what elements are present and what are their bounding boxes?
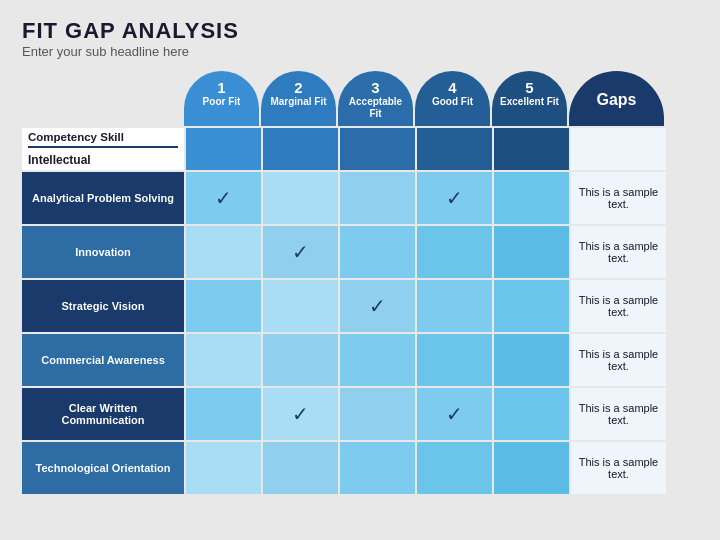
col-header-2: 2 Marginal Fit [261,71,336,126]
col-header-1: 1 Poor Fit [184,71,259,126]
competency-label: Competency Skill [28,131,178,148]
check-cell-3-4 [494,334,569,386]
col-header-4: 4 Good Fit [415,71,490,126]
skill-label: Innovation [22,226,184,278]
check-cell-0-4 [494,172,569,224]
col-header-5: 5 Excellent Fit [492,71,567,126]
intellectual-label: Intellectual [28,150,178,167]
check-cell-0-3: ✓ [417,172,492,224]
check-cell-4-3: ✓ [417,388,492,440]
table-row: Technological Orientation This is a samp… [22,442,698,494]
check-cell-2-0 [186,280,261,332]
check-cell-5-1 [263,442,338,494]
gap-cell-2: This is a sample text. [571,280,666,332]
check-cell-1-3 [417,226,492,278]
check-cell-4-4 [494,388,569,440]
check-cell-0-2 [340,172,415,224]
checkmark: ✓ [446,186,463,210]
page-title: FIT GAP ANALYSIS [22,18,698,44]
check-cell-3-3 [417,334,492,386]
skill-label: Strategic Vision [22,280,184,332]
gap-cell-0: This is a sample text. [571,172,666,224]
checkmark: ✓ [292,402,309,426]
table-row: Clear Written Communication ✓ ✓ This is … [22,388,698,440]
check-cell-3-1 [263,334,338,386]
gap-cell-4: This is a sample text. [571,388,666,440]
table-row: Commercial Awareness This is a sample te… [22,334,698,386]
fit-gap-table: 1 Poor Fit 2 Marginal Fit 3 Acceptable F… [22,71,698,494]
check-cell-2-4 [494,280,569,332]
checkmark: ✓ [292,240,309,264]
check-cell-1-4 [494,226,569,278]
col-header-3: 3 Acceptable Fit [338,71,413,126]
page-subtitle: Enter your sub headline here [22,44,698,59]
table-row: Analytical Problem Solving ✓ ✓ This is a… [22,172,698,224]
check-cell-0-1 [263,172,338,224]
check-cell-5-0 [186,442,261,494]
checkmark: ✓ [215,186,232,210]
check-cell-1-0 [186,226,261,278]
check-cell-5-4 [494,442,569,494]
check-cell-0-0: ✓ [186,172,261,224]
check-cell-2-1 [263,280,338,332]
check-cell-3-2 [340,334,415,386]
check-cell-4-1: ✓ [263,388,338,440]
check-cell-4-2 [340,388,415,440]
gaps-header: Gaps [569,71,664,126]
gap-cell-5: This is a sample text. [571,442,666,494]
table-row: Innovation ✓ This is a sample text. [22,226,698,278]
gap-cell-1: This is a sample text. [571,226,666,278]
check-cell-5-3 [417,442,492,494]
gap-cell-3: This is a sample text. [571,334,666,386]
check-cell-2-2: ✓ [340,280,415,332]
check-cell-1-2 [340,226,415,278]
skill-label: Technological Orientation [22,442,184,494]
checkmark: ✓ [369,294,386,318]
check-cell-3-0 [186,334,261,386]
check-cell-5-2 [340,442,415,494]
check-cell-4-0 [186,388,261,440]
check-cell-2-3 [417,280,492,332]
table-row: Strategic Vision ✓ This is a sample text… [22,280,698,332]
skill-label: Clear Written Communication [22,388,184,440]
competency-skill-cell: Competency Skill Intellectual [22,128,184,170]
check-cell-1-1: ✓ [263,226,338,278]
skill-label: Analytical Problem Solving [22,172,184,224]
checkmark: ✓ [446,402,463,426]
skill-label: Commercial Awareness [22,334,184,386]
